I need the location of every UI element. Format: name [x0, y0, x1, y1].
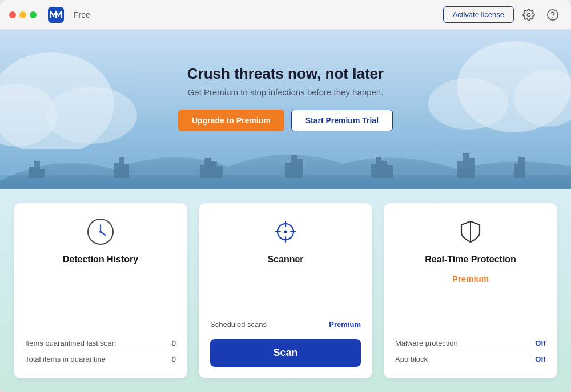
svg-point-6 [46, 87, 137, 144]
scheduled-scans-value: Premium [329, 320, 361, 329]
quarantined-last-scan-label: Items quarantined last scan [25, 339, 116, 347]
gear-icon [522, 9, 535, 21]
crosshair-icon [271, 217, 300, 246]
malware-protection-value: Off [535, 339, 546, 347]
cloud-right [423, 30, 571, 132]
table-row: App block Off [395, 351, 546, 367]
app-block-label: App block [395, 355, 428, 363]
activate-license-button[interactable]: Activate license [443, 6, 514, 23]
table-row: Total items in quarantine 0 [25, 351, 176, 367]
cloud-left [0, 35, 154, 149]
total-quarantine-label: Total items in quarantine [25, 355, 106, 363]
hero-buttons: Upgrade to Premium Start Premium Trial [178, 110, 393, 131]
hero-banner: Crush threats now, not later Get Premium… [0, 30, 571, 189]
table-row: Scheduled scans Premium [210, 317, 361, 332]
shield-icon [456, 217, 485, 246]
detection-card-title: Detection History [63, 254, 138, 265]
app-tier-label: Free [74, 10, 90, 19]
app-logo-icon [48, 7, 64, 23]
logo-area: Free [48, 7, 90, 23]
protection-card: Real-Time Protection Premium Malware pro… [384, 203, 557, 378]
scanner-card-rows: Scheduled scans Premium [210, 317, 361, 332]
detection-history-card: Detection History Items quarantined last… [14, 203, 187, 378]
hero-title: Crush threats now, not later [178, 65, 393, 83]
trial-button[interactable]: Start Premium Trial [291, 110, 393, 131]
svg-point-9 [428, 78, 508, 130]
protection-premium-label: Premium [452, 274, 489, 284]
upgrade-button[interactable]: Upgrade to Premium [178, 110, 284, 131]
svg-point-20 [284, 231, 287, 233]
cards-section: Detection History Items quarantined last… [0, 189, 571, 392]
scanner-card: Scanner Scheduled scans Premium Scan [199, 203, 372, 378]
svg-point-1 [527, 13, 530, 17]
scan-button[interactable]: Scan [210, 339, 361, 367]
clock-icon [86, 217, 115, 246]
protection-card-rows: Malware protection Off App block Off [395, 336, 546, 367]
scanner-card-title: Scanner [267, 254, 303, 265]
table-row: Malware protection Off [395, 336, 546, 351]
maximize-button[interactable] [30, 11, 37, 18]
help-button[interactable] [544, 6, 562, 24]
svg-point-2 [548, 9, 558, 19]
close-button[interactable] [9, 11, 16, 18]
minimize-button[interactable] [19, 11, 26, 18]
titlebar-right: Activate license [443, 6, 562, 24]
quarantined-last-scan-value: 0 [172, 339, 176, 347]
app-window: Free Activate license [0, 0, 571, 392]
detection-card-rows: Items quarantined last scan 0 Total item… [25, 336, 176, 367]
titlebar: Free Activate license [0, 0, 571, 30]
protection-card-title: Real-Time Protection [425, 254, 516, 265]
traffic-lights [9, 11, 37, 18]
settings-button[interactable] [520, 6, 538, 24]
help-icon [546, 9, 559, 21]
malware-protection-label: Malware protection [395, 339, 458, 347]
hero-content: Crush threats now, not later Get Premium… [178, 65, 393, 131]
svg-point-14 [99, 231, 102, 233]
table-row: Items quarantined last scan 0 [25, 336, 176, 351]
total-quarantine-value: 0 [172, 355, 176, 363]
titlebar-left: Free [9, 7, 90, 23]
title-divider [69, 9, 69, 21]
scheduled-scans-label: Scheduled scans [210, 320, 267, 329]
hero-subtitle: Get Premium to stop infections before th… [178, 87, 393, 97]
skyline-icon [0, 141, 571, 189]
app-block-value: Off [535, 355, 546, 363]
